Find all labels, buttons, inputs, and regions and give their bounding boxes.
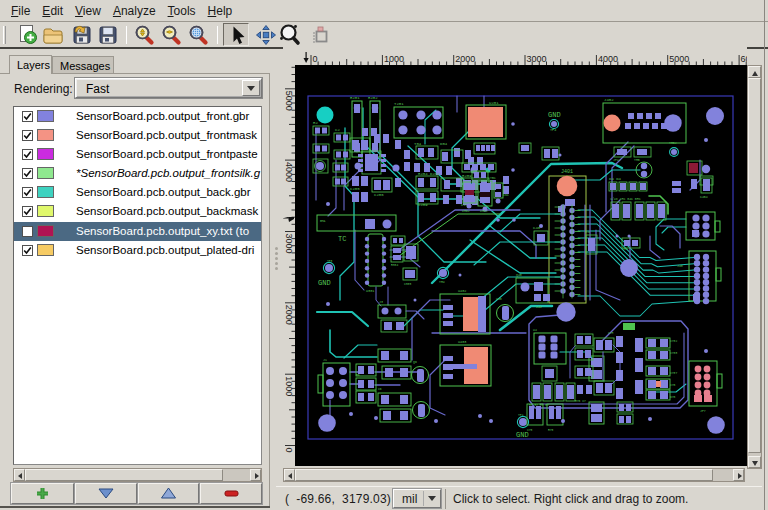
svg-text:C7B: C7B bbox=[670, 384, 676, 387]
svg-text:C40: C40 bbox=[533, 226, 541, 230]
svg-text:R204 D202: R204 D202 bbox=[418, 172, 440, 176]
svg-text:CN1: CN1 bbox=[503, 193, 509, 197]
svg-text:TH2: TH2 bbox=[622, 247, 628, 251]
svg-text:C2: C2 bbox=[335, 128, 340, 132]
svg-text:R75: R75 bbox=[548, 429, 554, 432]
svg-text:J40: J40 bbox=[677, 264, 683, 268]
svg-text:R304: R304 bbox=[391, 264, 398, 267]
svg-text:5000: 5000 bbox=[284, 91, 294, 111]
svg-text:TP4: TP4 bbox=[550, 128, 556, 132]
svg-text:JP7: JP7 bbox=[700, 409, 706, 413]
svg-text:GND: GND bbox=[548, 111, 561, 119]
svg-text:D04: D04 bbox=[440, 142, 448, 146]
svg-text:U402: U402 bbox=[458, 289, 466, 293]
svg-text:THB: THB bbox=[634, 158, 640, 162]
svg-text:C75: C75 bbox=[527, 429, 533, 432]
svg-text:R201: R201 bbox=[350, 96, 360, 100]
svg-text:J402: J402 bbox=[604, 98, 614, 102]
svg-text:TC: TC bbox=[338, 235, 346, 243]
svg-text:D7B: D7B bbox=[670, 396, 676, 399]
svg-text:R209: R209 bbox=[462, 174, 472, 178]
svg-text:U40: U40 bbox=[496, 297, 502, 301]
svg-text:JP42: JP42 bbox=[613, 158, 621, 162]
svg-text:1000: 1000 bbox=[284, 376, 294, 396]
svg-text:GND: GND bbox=[516, 431, 529, 439]
svg-text:R202: R202 bbox=[368, 96, 378, 100]
svg-text:J3: J3 bbox=[379, 300, 383, 304]
svg-text:C708: C708 bbox=[670, 352, 677, 355]
svg-text:C305: C305 bbox=[404, 283, 411, 286]
svg-text:U4: U4 bbox=[533, 328, 537, 332]
svg-text:1/48 4HC 04C 0HC: 1/48 4HC 04C 0HC bbox=[610, 197, 641, 201]
svg-text:U301: U301 bbox=[366, 289, 374, 293]
svg-text:T04: T04 bbox=[414, 142, 422, 146]
svg-text:C40: C40 bbox=[536, 305, 542, 309]
svg-text:T201: T201 bbox=[394, 102, 404, 106]
svg-text:2000: 2000 bbox=[284, 305, 294, 325]
svg-text:C205: C205 bbox=[350, 187, 360, 191]
svg-text:0: 0 bbox=[284, 448, 294, 453]
svg-text:Q40: Q40 bbox=[516, 273, 522, 277]
svg-text:CHB2: CHB2 bbox=[480, 209, 488, 213]
svg-text:TP8: TP8 bbox=[327, 260, 333, 263]
svg-text:C707: C707 bbox=[670, 372, 677, 375]
svg-text:TH4: TH4 bbox=[439, 280, 445, 284]
svg-text:GND: GND bbox=[318, 279, 331, 287]
svg-text:C6: C6 bbox=[378, 388, 382, 391]
svg-text:1000: 1000 bbox=[384, 54, 404, 64]
svg-text:C4B4: C4B4 bbox=[700, 195, 708, 199]
svg-text:R2: R2 bbox=[313, 121, 318, 125]
svg-text:J1: J1 bbox=[323, 358, 327, 362]
svg-text:R7B C7: R7B C7 bbox=[575, 400, 586, 403]
svg-text:CHB2: CHB2 bbox=[462, 209, 470, 213]
svg-text:Q6: Q6 bbox=[413, 360, 417, 364]
svg-text:THB2: THB2 bbox=[669, 141, 677, 145]
svg-text:YB1: YB1 bbox=[490, 176, 496, 180]
svg-text:2000: 2000 bbox=[455, 54, 475, 64]
svg-text:D4 D4: D4 D4 bbox=[609, 177, 622, 181]
svg-text:C4: C4 bbox=[585, 230, 590, 234]
svg-text:5000: 5000 bbox=[669, 54, 689, 64]
svg-text:J401: J401 bbox=[561, 169, 573, 175]
svg-text:4000: 4000 bbox=[284, 162, 294, 182]
svg-text:U403: U403 bbox=[458, 340, 466, 344]
svg-text:GMA: GMA bbox=[320, 220, 326, 223]
svg-text:C206: C206 bbox=[374, 193, 384, 197]
svg-text:C7H: C7H bbox=[608, 332, 614, 335]
svg-text:C702: C702 bbox=[670, 340, 677, 343]
svg-text:TP2: TP2 bbox=[518, 414, 524, 417]
svg-text:3000: 3000 bbox=[527, 54, 547, 64]
svg-text:4000: 4000 bbox=[598, 54, 618, 64]
svg-text:3000: 3000 bbox=[284, 234, 294, 254]
svg-text:0: 0 bbox=[313, 54, 318, 64]
svg-text:C209: C209 bbox=[418, 203, 428, 207]
svg-text:U201: U201 bbox=[489, 101, 499, 105]
svg-text:R6: R6 bbox=[356, 374, 360, 377]
